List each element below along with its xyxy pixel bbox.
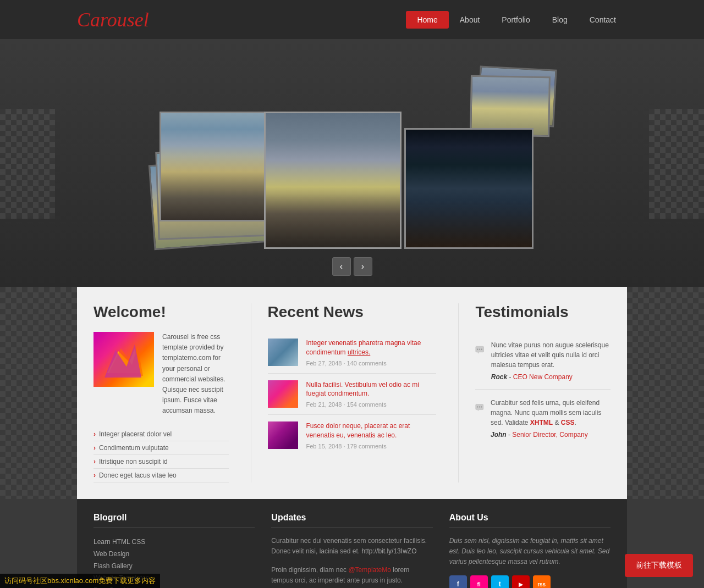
checker-left-decoration [0,287,77,499]
author-name-2: John [491,431,507,439]
about-text: Duis sem nisl, dignissim ac feugiat in, … [449,536,610,568]
blogroll-title: Blogroll [94,513,255,528]
header: Carousel Home About Portfolio Blog Conta… [0,0,704,40]
news-content-2: Nulla facilisi. Vestibulum vel odio ac m… [306,380,437,408]
social-flickr-icon[interactable]: fl [470,575,488,588]
xhtml-link[interactable]: XHTML [530,419,553,426]
news-thumbnail-3 [268,421,298,449]
svg-marker-9 [477,410,479,412]
welcome-description: Carousel is free css template provided b… [162,332,229,417]
social-icons: f fl t ▶ rss [449,575,610,588]
footer-about: About Us Duis sem nisl, dignissim ac feu… [449,513,610,589]
carousel-container [132,57,572,249]
testimonial-author-1: Rock - CEO New Company [491,373,610,381]
testimonial-content-2: Curabitur sed felis urna, quis eleifend … [491,398,610,439]
author-name-1: Rock [491,373,507,381]
social-youtube-icon[interactable]: ▶ [512,575,530,588]
carousel-img-main-left [160,112,280,221]
list-item: Donec eget lacus vitae leo [94,469,229,482]
carousel-prev-button[interactable]: ‹ [332,257,351,276]
svg-marker-4 [478,352,480,354]
main-content: Welcome! Carousel is free css template p… [77,287,627,499]
list-item: Integer placerat dolor vel [94,428,229,441]
welcome-arrow-graphic [102,340,146,379]
testimonial-content-1: Nunc vitae purus non augue scelerisque u… [491,340,610,381]
checker-right-decoration [627,287,704,499]
news-thumbnail-1 [268,339,298,366]
carousel-img-city-night [404,128,534,249]
blogroll-link-3[interactable]: Flash Gallery [94,560,255,572]
news-title: Recent News [268,303,437,321]
welcome-inner: Carousel is free css template provided b… [94,332,229,417]
main-wrapper: Welcome! Carousel is free css template p… [0,287,704,499]
main-nav: Home About Portfolio Blog Contact [406,11,627,29]
news-thumbnail-2 [268,380,298,408]
news-link-1[interactable]: Integer venenatis pharetra magna vitae c… [306,339,421,356]
social-facebook-icon[interactable]: f [449,575,467,588]
updates-text-1: Curabitur nec dui venenatis sem consecte… [271,536,432,557]
news-item-3: Fusce dolor neque, placerat ac erat vene… [268,415,437,456]
svg-point-7 [481,348,482,350]
about-title: About Us [449,513,610,528]
news-meta-1: Feb 27, 2048 · 140 comments [306,360,437,367]
nav-about[interactable]: About [449,11,491,29]
social-rss-icon[interactable]: rss [533,575,551,588]
download-button[interactable]: 前往下载模板 [625,554,693,577]
carousel-img-center [264,112,402,249]
news-link-3[interactable]: Fusce dolor neque, placerat ac erat vene… [306,422,410,439]
list-item: Itristique non suscipit id [94,455,229,469]
nav-blog[interactable]: Blog [541,11,579,29]
social-twitter-icon[interactable]: t [491,575,509,588]
updates-title: Updates [271,513,432,528]
news-title-1: Integer venenatis pharetra magna vitae c… [306,339,437,357]
nav-contact[interactable]: Contact [579,11,627,29]
nav-portfolio[interactable]: Portfolio [491,11,541,29]
speech-bubble-icon-2 [475,398,484,417]
welcome-column: Welcome! Carousel is free css template p… [94,303,229,482]
testimonial-text-1: Nunc vitae purus non augue scelerisque u… [491,340,610,370]
carousel-nav: ‹ › [0,257,704,276]
updates-text-2: Proin dignissim, diam nec @TemplateMo lo… [271,565,432,586]
svg-point-10 [477,407,479,408]
news-content-3: Fusce dolor neque, placerat ac erat vene… [306,421,437,450]
news-meta-2: Feb 21, 2048 · 154 comments [306,401,437,408]
news-content-1: Integer venenatis pharetra magna vitae c… [306,339,437,367]
list-item: Condimentum vulputate [94,441,229,455]
testimonial-text-2: Curabitur sed felis urna, quis eleifend … [491,398,610,428]
welcome-image [94,332,154,387]
svg-point-5 [477,348,479,350]
carousel-section: ‹ › [0,40,704,287]
logo: Carousel [77,8,149,31]
news-item-1: Integer venenatis pharetra magna vitae c… [268,332,437,374]
watermark: 访问码号社区bbs.xicnlao.com免费下载更多内容 [0,574,160,588]
testimonials-title: Testimonials [475,303,610,321]
testimonial-1: Nunc vitae purus non augue scelerisque u… [475,332,610,390]
news-title-3: Fusce dolor neque, placerat ac erat vene… [306,421,437,440]
author-role-1: CEO New Company [513,373,573,381]
testimonial-author-2: John - Senior Director, Company [491,431,610,439]
news-title-2: Nulla facilisi. Vestibulum vel odio ac m… [306,380,437,399]
author-role-2: Senior Director, Company [512,431,587,439]
welcome-links: Integer placerat dolor vel Condimentum v… [94,428,229,482]
templatemo-link[interactable]: @TemplateMo [348,566,391,574]
welcome-title: Welcome! [94,303,229,321]
css-link[interactable]: CSS [561,419,575,426]
svg-point-11 [479,407,480,408]
speech-bubble-icon-1 [475,340,484,359]
footer-updates: Updates Curabitur nec dui venenatis sem … [271,513,432,589]
svg-point-6 [480,348,481,350]
author-separator-1: - [509,373,513,381]
news-item-2: Nulla facilisi. Vestibulum vel odio ac m… [268,374,437,415]
news-link-2[interactable]: Nulla facilisi. Vestibulum vel odio ac m… [306,381,419,398]
svg-point-12 [481,407,482,408]
testimonials-column: Testimonials Nunc vitae purus non augue … [458,303,610,482]
nav-home[interactable]: Home [406,11,448,29]
blogroll-link-2[interactable]: Web Design [94,548,255,560]
news-meta-3: Feb 15, 2048 · 179 comments [306,443,437,450]
testimonial-2: Curabitur sed felis urna, quis eleifend … [475,390,610,447]
updates-link[interactable]: http://bit.ly/13IwZO [361,547,416,555]
blogroll-link-1[interactable]: Learn HTML CSS [94,536,255,548]
carousel-next-button[interactable]: › [354,257,372,276]
news-column: Recent News Integer venenatis pharetra m… [251,303,437,482]
